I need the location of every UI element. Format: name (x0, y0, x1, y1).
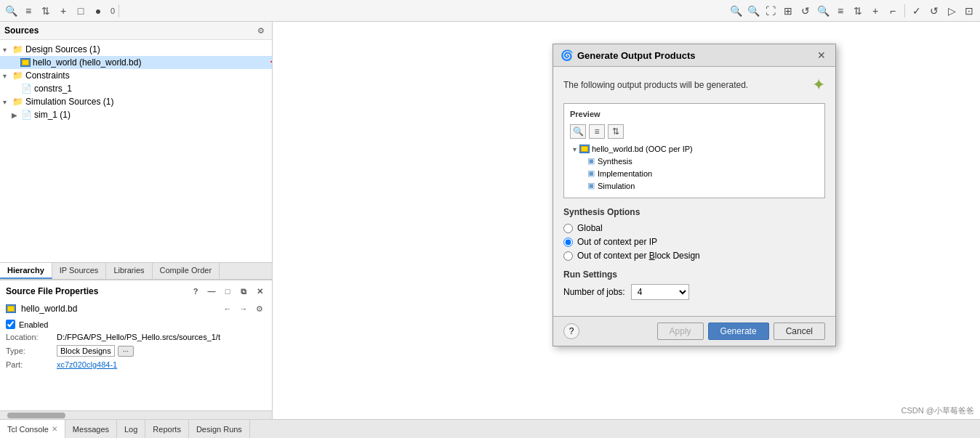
tcl-icon[interactable]: ⊡ (961, 3, 977, 19)
sim-sources-group[interactable]: ▾ 📁 Simulation Sources (1) (0, 95, 272, 108)
constrs-1-item[interactable]: 📄 constrs_1 (0, 82, 272, 95)
h-scrollbar[interactable] (0, 410, 272, 419)
add-icon[interactable]: + (55, 3, 71, 19)
jobs-row: Number of jobs: 1 2 3 4 5 6 7 8 (563, 284, 825, 300)
prop-close-icon[interactable]: ✕ (253, 285, 266, 298)
jobs-select[interactable]: 1 2 3 4 5 6 7 8 (631, 284, 689, 300)
diagram-panel: processing_system7_0 DDR + FIXED_IO + (273, 22, 980, 419)
part-row: Part: xc7z020clg484-1 (6, 360, 266, 369)
fit-window-icon[interactable]: ⛶ (763, 3, 779, 19)
folder-icon: 📁 (12, 44, 23, 54)
sim-1-item[interactable]: ▶ 📄 sim_1 (1) (0, 108, 272, 121)
zoom-fit-icon[interactable]: 🔍 (728, 3, 744, 19)
global-radio[interactable] (563, 224, 573, 233)
sim1-label: sim_1 (1) (34, 110, 71, 120)
bd-file-icon (20, 58, 31, 67)
hello-world-bd-item[interactable]: hello_world (hello_world.bd) ➤ (0, 56, 272, 69)
search-icon[interactable]: 🔍 (3, 3, 19, 19)
synthesis-item: ▣ Synthesis (570, 155, 819, 167)
sources-tree: ▾ 📁 Design Sources (1) hello_world (hell… (0, 40, 272, 262)
reports-tab-label: Reports (153, 425, 181, 434)
ooc-block-label[interactable]: Out of context per Block Design (577, 251, 700, 261)
prop-maximize-icon[interactable]: □ (221, 285, 234, 298)
design-runs-tab-label: Design Runs (196, 425, 242, 434)
ooc-block-radio[interactable] (563, 251, 573, 261)
constraints-group[interactable]: ▾ 📁 Constraints (0, 69, 272, 82)
bottom-tab-messages[interactable]: Messages (65, 420, 117, 438)
bottom-tab-tcl[interactable]: Tcl Console ✕ (0, 420, 65, 438)
design-sources-group[interactable]: ▾ 📁 Design Sources (1) (0, 43, 272, 56)
align-icon[interactable]: ≡ (832, 3, 848, 19)
expand-icon[interactable]: ⇅ (38, 3, 54, 19)
collapse-arrow: ▾ (3, 46, 12, 54)
bottom-tab-log[interactable]: Log (117, 420, 145, 438)
type-browse-btn[interactable]: ··· (118, 346, 134, 357)
run-icon[interactable]: ▷ (944, 3, 960, 19)
type-input: Block Designs (57, 345, 115, 357)
preview-root-item: ▾ hello_world.bd (OOC per IP) (570, 143, 819, 155)
prop-nav-forward[interactable]: → (237, 302, 250, 315)
file-icon[interactable]: □ (73, 3, 89, 19)
refresh-icon[interactable]: ↺ (798, 3, 814, 19)
simulation-item: ▣ Simulation (570, 179, 819, 192)
dialog-close-button[interactable]: ✕ (815, 49, 828, 62)
preview-label: Preview (570, 110, 601, 118)
run-settings-label: Run Settings (563, 269, 825, 280)
add-block-icon[interactable]: + (867, 3, 883, 19)
dialog-body: The following output products will be ge… (553, 67, 835, 316)
generate-button[interactable]: Generate (708, 323, 769, 340)
collapse-icon[interactable]: ≡ (20, 3, 36, 19)
preview-root-label: hello_world.bd (OOC per IP) (592, 145, 693, 153)
preview-header: Preview (570, 110, 819, 118)
preview-search-btn[interactable]: 🔍 (570, 124, 586, 139)
top-toolbar: 🔍 ≡ ⇅ + □ ● 0 🔍 🔍 ⛶ ⊞ ↺ 🔍 ≡ ⇅ + ⌐ ✓ ↺ ▷ … (0, 0, 980, 22)
tab-libraries[interactable]: Libraries (106, 263, 152, 279)
synthesis-options-label: Synthesis Options (563, 207, 825, 217)
wire-icon[interactable]: ⌐ (885, 3, 901, 19)
apply-button[interactable]: Apply (657, 323, 704, 340)
sources-gear-icon[interactable]: ⚙ (254, 24, 268, 37)
zoom-icon2[interactable]: 🔍 (815, 3, 831, 19)
type-value-container: Block Designs ··· (57, 345, 134, 357)
bottom-tab-reports[interactable]: Reports (145, 420, 189, 438)
enabled-checkbox[interactable] (6, 320, 15, 329)
zoom-out-icon[interactable]: 🔍 (745, 3, 761, 19)
preview-expand-btn[interactable]: ⇅ (608, 124, 624, 139)
zoom-select-icon[interactable]: ⊞ (780, 3, 796, 19)
status-icon[interactable]: ● (90, 3, 106, 19)
dialog-title-icon: 🌀 (561, 49, 573, 61)
sim-sources-label: Simulation Sources (1) (25, 97, 113, 107)
implementation-item: ▣ Implementation (570, 167, 819, 179)
prop-settings-icon[interactable]: ⚙ (253, 302, 266, 315)
cancel-button[interactable]: Cancel (774, 323, 825, 340)
prop-nav-back[interactable]: ← (221, 302, 234, 315)
bottom-tab-design-runs[interactable]: Design Runs (189, 420, 250, 438)
implementation-label: Implementation (598, 169, 652, 178)
tcl-tab-close[interactable]: ✕ (52, 425, 57, 433)
sim-folder-icon: 📁 (12, 97, 23, 107)
part-value[interactable]: xc7z020clg484-1 (57, 360, 117, 369)
design-sources-label: Design Sources (1) (25, 44, 100, 54)
annotation-arrow: ➤ (270, 54, 272, 68)
run-settings: Run Settings Number of jobs: 1 2 3 4 5 6… (563, 269, 825, 300)
prop-help-icon[interactable]: ? (189, 285, 202, 298)
ooc-ip-label[interactable]: Out of context per IP (577, 237, 657, 247)
prop-float-icon[interactable]: ⧉ (237, 285, 250, 298)
scroll-thumb[interactable] (7, 413, 65, 418)
preview-collapse-btn[interactable]: ≡ (589, 124, 605, 139)
synthesis-label: Synthesis (598, 157, 632, 166)
tab-ip-sources[interactable]: IP Sources (52, 263, 107, 279)
tab-hierarchy[interactable]: Hierarchy (0, 263, 52, 279)
reload-icon[interactable]: ↺ (926, 3, 942, 19)
dialog-description: The following output products will be ge… (563, 76, 825, 94)
constraints-arrow: ▾ (3, 72, 12, 80)
tab-compile-order[interactable]: Compile Order (153, 263, 220, 279)
ooc-ip-radio[interactable] (563, 238, 573, 247)
prop-bd-icon (6, 304, 16, 313)
global-label[interactable]: Global (577, 223, 603, 233)
help-button[interactable]: ? (563, 323, 579, 339)
validate-icon[interactable]: ✓ (909, 3, 925, 19)
prop-minimize-icon[interactable]: — (205, 285, 218, 298)
tab-bar: Hierarchy IP Sources Libraries Compile O… (0, 262, 272, 280)
distribute-icon[interactable]: ⇅ (850, 3, 866, 19)
